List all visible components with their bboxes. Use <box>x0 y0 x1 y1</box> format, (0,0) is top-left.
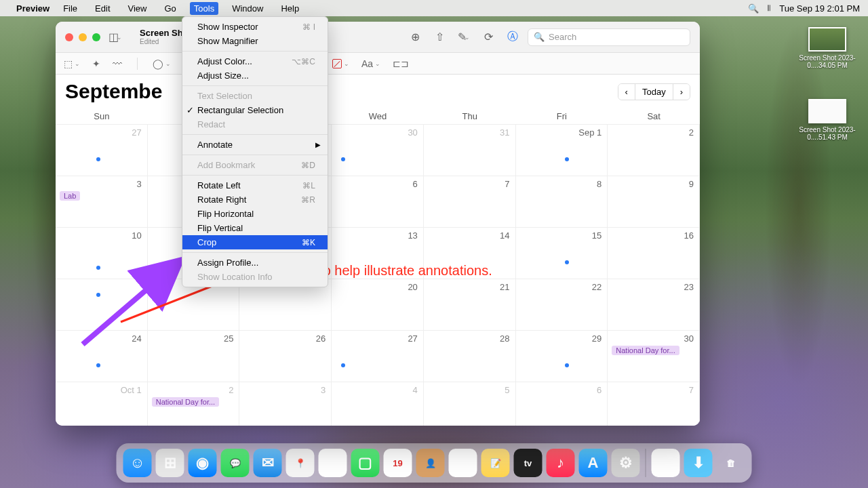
dock-app-reminders[interactable]: ☰ <box>449 449 477 477</box>
rotate-icon[interactable]: ⟳ <box>479 28 498 47</box>
date-number: 27 <box>408 333 417 344</box>
maximize-button[interactable] <box>92 33 100 41</box>
menu-go[interactable]: Go <box>160 2 180 15</box>
shapes-tool[interactable]: ◯⌄ <box>153 58 171 69</box>
dow-label: Wed <box>332 111 424 121</box>
dock-app-downloads[interactable]: ⬇ <box>684 449 713 477</box>
menu-item-adjust-color-[interactable]: Adjust Color...⌥⌘C <box>182 54 328 68</box>
crop-tool-icon[interactable]: ⊏⊐ <box>393 58 409 69</box>
menu-item-label: Show Location Info <box>197 272 273 282</box>
calendar-cell: Sep 1 <box>516 124 608 176</box>
document-status: Edited <box>140 38 183 45</box>
menu-item-crop[interactable]: Crop⌘K <box>182 235 328 249</box>
menu-help[interactable]: Help <box>277 2 303 15</box>
menu-edit[interactable]: Edit <box>91 2 114 15</box>
dock-app-safari[interactable]: ◉ <box>189 449 217 477</box>
menu-item-annotate[interactable]: Annotate▶ <box>182 138 328 152</box>
date-number: 26 <box>316 333 326 344</box>
text-style-tool[interactable]: Aa⌄ <box>361 58 380 69</box>
fill-color-tool[interactable]: ⌄ <box>332 59 349 68</box>
dock-app-preview[interactable]: 🖼 <box>652 449 680 477</box>
desktop-file-item[interactable]: Screen Shot 2023-0....34.05 PM <box>799 27 856 69</box>
date-number: Oct 1 <box>121 385 142 395</box>
highlight-icon[interactable]: ✎⌄ <box>454 28 473 47</box>
date-number: Sep 1 <box>578 127 601 138</box>
dock-app-appstore[interactable]: A <box>579 449 608 477</box>
search-placeholder: Search <box>549 32 576 42</box>
dock-app-launchpad[interactable]: ⊞ <box>156 449 184 477</box>
sidebar-toggle-icon[interactable]: ◫⌄ <box>106 28 125 47</box>
dock-app-tv[interactable]: tv <box>514 449 542 477</box>
date-number: 27 <box>132 127 141 138</box>
minimize-button[interactable] <box>79 33 87 41</box>
menu-item-show-inspector[interactable]: Show Inspector⌘ I <box>182 20 328 34</box>
calendar-cell: 5 <box>424 382 516 426</box>
menu-view[interactable]: View <box>124 2 151 15</box>
calendar-cell: Oct 1 <box>56 382 148 426</box>
desktop-file-item[interactable]: Screen Shot 2023-0....51.43 PM <box>799 99 856 141</box>
menu-tools[interactable]: Tools <box>190 2 218 15</box>
dock-app-settings[interactable]: ⚙ <box>612 449 640 477</box>
menu-item-rotate-right[interactable]: Rotate Right⌘R <box>182 192 328 207</box>
dock-app-mail[interactable]: ✉ <box>254 449 282 477</box>
event-pill: National Day for... <box>612 346 679 355</box>
menu-item-adjust-size-[interactable]: Adjust Size... <box>182 68 328 83</box>
calendar-cell: 6 <box>516 382 608 426</box>
dock-app-music[interactable]: ♪ <box>547 449 575 477</box>
menu-file[interactable]: File <box>59 2 81 15</box>
calendar-prev-button[interactable]: ‹ <box>618 84 635 100</box>
calendar-next-button[interactable]: › <box>673 84 690 100</box>
dock-app-photos[interactable]: ❀ <box>319 449 347 477</box>
dock-app-calendar[interactable]: 19 <box>384 449 412 477</box>
menu-item-label: Add Bookmark <box>197 160 255 170</box>
menu-item-rotate-left[interactable]: Rotate Left⌘L <box>182 178 328 192</box>
dock-app-notes[interactable]: 📝 <box>481 449 510 477</box>
dock-app-trash[interactable]: 🗑 <box>717 449 745 477</box>
zoom-icon[interactable]: ⊕ <box>406 28 425 47</box>
dock-app-messages[interactable]: 💬 <box>221 449 250 477</box>
event-dot <box>565 260 569 264</box>
svg-line-1 <box>121 285 216 322</box>
toolbar-search-field[interactable]: 🔍 Search <box>528 28 690 46</box>
calendar-cell: 31 <box>424 124 516 176</box>
menu-item-flip-vertical[interactable]: Flip Vertical <box>182 221 328 235</box>
markup-toolbar: ⬚⌄ ✦ 〰 ◯⌄ ⌄ ⌄ Aa⌄ ⊏⊐ <box>56 53 700 75</box>
calendar-cell: 16 <box>608 227 700 279</box>
date-number: 2 <box>229 385 233 395</box>
menu-item-assign-profile-[interactable]: Assign Profile... <box>182 256 328 270</box>
menu-window[interactable]: Window <box>228 2 267 15</box>
menu-bar-clock[interactable]: Tue Sep 19 2:01 PM <box>779 3 860 14</box>
calendar-cell: 23 <box>608 279 700 330</box>
file-thumbnail <box>808 27 846 52</box>
date-number: 28 <box>500 333 509 344</box>
menu-item-label: Show Inspector <box>197 22 258 32</box>
sketch-tool[interactable]: 〰 <box>113 58 122 69</box>
control-center-icon[interactable]: ⫴ <box>767 3 771 14</box>
menu-item-rectangular-selection[interactable]: ✓Rectangular Selection <box>182 103 328 117</box>
menu-item-label: Adjust Color... <box>197 56 252 66</box>
calendar-cell: 3Lab <box>56 176 148 227</box>
calendar-today-button[interactable]: Today <box>635 84 673 100</box>
close-button[interactable] <box>65 33 73 41</box>
menu-item-show-magnifier[interactable]: Show Magnifier <box>182 34 328 48</box>
spotlight-icon[interactable]: 🔍 <box>748 3 759 14</box>
instant-alpha-tool[interactable]: ✦ <box>92 58 100 69</box>
dock: ☺⊞◉💬✉📍❀▢19👤☰📝tv♪A⚙🖼⬇🗑 <box>117 443 752 483</box>
menu-separator <box>182 134 328 135</box>
selection-tool[interactable]: ⬚⌄ <box>64 58 80 69</box>
date-number: 23 <box>684 282 694 292</box>
markup-icon[interactable]: Ⓐ <box>503 28 522 47</box>
dock-app-finder[interactable]: ☺ <box>123 449 152 477</box>
dock-app-maps[interactable]: 📍 <box>286 449 315 477</box>
date-number: 30 <box>408 127 417 138</box>
menu-item-flip-horizontal[interactable]: Flip Horizontal <box>182 207 328 221</box>
menu-separator <box>182 252 328 253</box>
calendar-cell: 3 <box>239 382 332 426</box>
dock-app-contacts[interactable]: 👤 <box>416 449 445 477</box>
dock-app-facetime[interactable]: ▢ <box>351 449 380 477</box>
calendar-month-title: Septembe <box>65 80 162 103</box>
share-icon[interactable]: ⇧ <box>430 28 449 47</box>
date-number: 31 <box>500 127 509 138</box>
app-menu[interactable]: Preview <box>16 3 50 14</box>
document-content[interactable]: Septembe ‹ Today › SunWedThuFriSat 27303… <box>56 75 700 426</box>
